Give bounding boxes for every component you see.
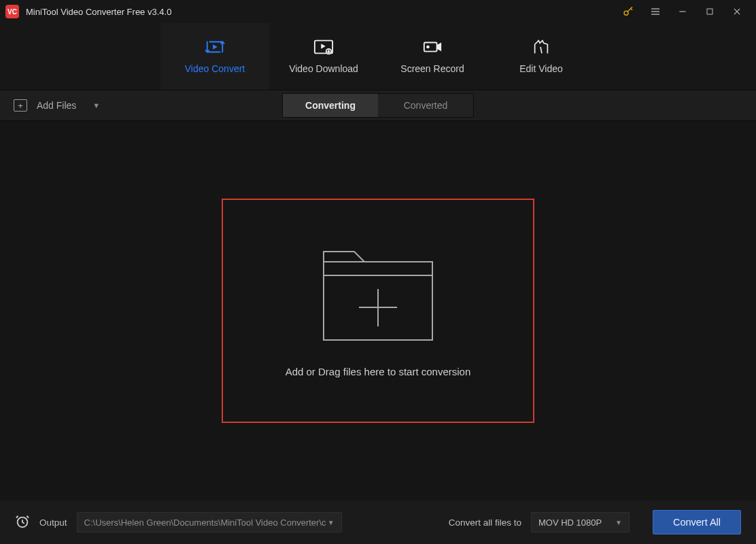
tab-edit-video[interactable]: Edit Video [487, 23, 596, 90]
svg-marker-8 [213, 44, 218, 50]
schedule-icon[interactable] [15, 514, 30, 531]
footer: Output C:\Users\Helen Green\Documents\Mi… [0, 500, 756, 544]
output-path-text: C:\Users\Helen Green\Documents\MiniTool … [84, 517, 326, 528]
main-area: Add or Drag files here to start conversi… [0, 121, 756, 500]
output-label: Output [39, 517, 67, 528]
menu-icon[interactable] [642, 0, 669, 23]
tab-screen-record[interactable]: Screen Record [378, 23, 487, 90]
tab-video-download[interactable]: Video Download [269, 23, 378, 90]
tab-label: Video Download [289, 63, 358, 74]
svg-marker-13 [437, 42, 442, 51]
convert-icon [205, 39, 225, 55]
app-title: MiniTool Video Converter Free v3.4.0 [26, 7, 171, 17]
output-path-select[interactable]: C:\Users\Helen Green\Documents\MiniTool … [77, 512, 342, 532]
svg-rect-5 [707, 9, 712, 14]
add-files-button[interactable]: + Add Files ▼ [14, 99, 100, 112]
app-window: VC MiniTool Video Converter Free v3.4.0 [0, 0, 756, 544]
chevron-down-icon: ▼ [615, 519, 622, 526]
app-logo-icon: VC [5, 5, 19, 18]
status-segment: Converting Converted [282, 93, 474, 118]
drop-hint: Add or Drag files here to start conversi… [286, 366, 471, 377]
drop-zone[interactable]: Add or Drag files here to start conversi… [222, 199, 534, 423]
add-file-icon: + [14, 99, 27, 112]
tab-label: Edit Video [519, 63, 563, 74]
main-nav: Video Convert Video Download Screen Reco… [0, 23, 756, 90]
tab-video-convert[interactable]: Video Convert [160, 23, 269, 90]
target-format-text: MOV HD 1080P [538, 517, 602, 528]
titlebar: VC MiniTool Video Converter Free v3.4.0 [0, 0, 756, 23]
chevron-down-icon: ▼ [328, 519, 334, 526]
segment-converting[interactable]: Converting [283, 94, 378, 117]
target-format-select[interactable]: MOV HD 1080P ▼ [531, 512, 630, 532]
edit-icon [531, 39, 551, 55]
minimize-button[interactable] [669, 0, 696, 23]
convert-all-label: Convert all files to [449, 517, 521, 528]
segment-converted[interactable]: Converted [378, 94, 473, 117]
folder-plus-icon [317, 245, 439, 347]
svg-rect-12 [424, 42, 437, 51]
add-files-label: Add Files [37, 100, 76, 111]
record-icon [422, 39, 443, 55]
svg-point-14 [426, 46, 430, 49]
download-icon [313, 39, 334, 55]
close-button[interactable] [723, 0, 751, 23]
svg-marker-10 [321, 44, 326, 49]
chevron-down-icon[interactable]: ▼ [92, 101, 100, 109]
tab-label: Screen Record [400, 63, 464, 74]
upgrade-key-icon[interactable] [615, 0, 642, 23]
convert-all-button[interactable]: Convert All [653, 510, 741, 534]
svg-point-0 [624, 11, 628, 15]
maximize-button[interactable] [696, 0, 723, 23]
tab-label: Video Convert [185, 63, 245, 74]
toolbar: + Add Files ▼ Converting Converted [0, 90, 756, 121]
